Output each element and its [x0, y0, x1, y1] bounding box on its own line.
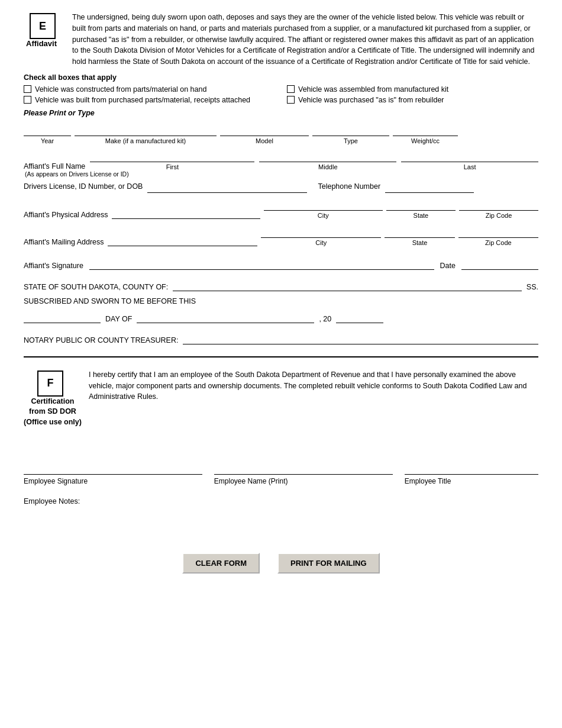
telephone-input[interactable] [385, 180, 474, 193]
checkbox-area: Vehicle was constructed from parts/mater… [24, 85, 538, 104]
physical-address-section: Affiant's Physical Address City State Zi… [24, 198, 538, 219]
year-label: Year [24, 137, 71, 144]
emp-sig-label-1: Employee Signature [24, 477, 202, 485]
section-e-title: Affidavit [24, 39, 59, 48]
license-label: Drivers License, ID Number, or DOB [24, 182, 143, 191]
day-of-label: DAY OF [105, 315, 132, 323]
mail-zip-input[interactable] [458, 225, 538, 238]
checkbox-2[interactable] [24, 96, 31, 104]
phys-state-container: State [386, 198, 456, 219]
checkbox-item-2[interactable]: Vehicle was built from purchased parts/m… [24, 96, 275, 104]
last-name-label: Last [401, 163, 538, 170]
phys-zip-input[interactable] [459, 198, 538, 211]
full-name-section: Affiant's Full Name First Middle Last (A… [24, 149, 538, 178]
first-name-container: First [90, 149, 254, 170]
subscribed-text: SUBSCRIBED AND SWORN TO ME BEFORE THIS [24, 297, 538, 305]
emp-sig-line-2 [214, 463, 393, 475]
as-appears-label: (As appears on Drivers License or ID) [25, 170, 538, 178]
section-divider [24, 356, 538, 357]
phys-zip-container: Zip Code [459, 198, 538, 219]
button-row: CLEAR FORM PRINT FOR MAILING [24, 553, 538, 574]
emp-sig-block-1: Employee Signature [24, 463, 202, 485]
vehicle-fields-row: Year Make (if a manufactured kit) Model … [24, 123, 538, 144]
year-field-container: Year [24, 123, 71, 144]
middle-name-label: Middle [259, 163, 396, 170]
checkbox-item-4[interactable]: Vehicle was purchased "as is" from rebui… [287, 96, 538, 104]
first-name-input[interactable] [90, 149, 254, 162]
section-f-left: F Certificationfrom SD DOR(Office use on… [24, 369, 82, 428]
mail-state-label: State [385, 239, 454, 246]
section-e-badge: E [30, 13, 56, 39]
state-of-label: STATE OF SOUTH DAKOTA, COUNTY OF: [24, 283, 168, 291]
section-f-badge: F [37, 371, 63, 397]
mail-street-input[interactable] [108, 233, 258, 246]
middle-name-input[interactable] [259, 149, 396, 162]
phys-state-label: State [386, 212, 456, 219]
checkbox-4[interactable] [287, 96, 295, 104]
emp-sig-label-3: Employee Title [405, 477, 538, 485]
section-f-label: Certificationfrom SD DOR(Office use only… [24, 397, 82, 428]
emp-sig-block-2: Employee Name (Print) [214, 463, 393, 485]
employee-notes: Employee Notes: [24, 497, 538, 505]
section-f-header: F Certificationfrom SD DOR(Office use on… [24, 369, 538, 428]
checkbox-item-3[interactable]: Vehicle was assembled from manufactured … [287, 85, 538, 94]
mailing-address-row: Affiant's Mailing Address City State Zip… [24, 225, 538, 246]
phys-city-input[interactable] [264, 198, 383, 211]
please-print-label: Please Print or Type [24, 109, 538, 117]
checkbox-label-2: Vehicle was built from purchased parts/m… [35, 96, 250, 104]
full-name-row: Affiant's Full Name First Middle Last [24, 149, 538, 170]
weight-field-container: Weight/cc [393, 123, 458, 144]
county-line [173, 279, 522, 291]
first-name-label: First [90, 163, 254, 170]
last-name-input[interactable] [401, 149, 538, 162]
clear-form-button[interactable]: CLEAR FORM [182, 553, 260, 574]
type-label: Type [312, 137, 389, 144]
type-input[interactable] [312, 123, 389, 136]
last-name-container: Last [401, 149, 538, 170]
full-name-label: Affiant's Full Name [24, 162, 85, 170]
date-line [461, 258, 538, 270]
full-name-label-block: Affiant's Full Name [24, 162, 85, 170]
phys-street-input[interactable] [112, 206, 260, 219]
make-field-container: Make (if a manufactured kit) [75, 123, 217, 144]
certification-body-text: I hereby certify that I am an employee o… [89, 369, 538, 402]
year-line [336, 311, 383, 323]
checkbox-label-3: Vehicle was assembled from manufactured … [298, 85, 448, 94]
year-input[interactable] [24, 123, 71, 136]
middle-name-container: Middle [259, 149, 396, 170]
checkbox-1[interactable] [24, 85, 31, 93]
weight-input[interactable] [393, 123, 458, 136]
license-row: Drivers License, ID Number, or DOB Telep… [24, 180, 538, 193]
checkbox-item-1[interactable]: Vehicle was constructed from parts/mater… [24, 85, 275, 94]
weight-label: Weight/cc [393, 137, 458, 144]
notary-row: NOTARY PUBLIC OR COUNTY TREASURER: [24, 333, 538, 344]
checkbox-label-4: Vehicle was purchased "as is" from rebui… [298, 96, 444, 104]
ss-label: SS. [527, 283, 538, 291]
phys-city-label: City [264, 212, 383, 219]
mail-street-container [108, 233, 258, 246]
signature-row: Affiant's Signature Date [24, 258, 538, 270]
notary-label: NOTARY PUBLIC OR COUNTY TREASURER: [24, 336, 178, 344]
day-of-line [137, 311, 314, 323]
make-input[interactable] [75, 123, 217, 136]
physical-address-label: Affiant's Physical Address [24, 211, 108, 219]
phys-zip-label: Zip Code [459, 212, 538, 219]
type-field-container: Type [312, 123, 389, 144]
phys-state-input[interactable] [386, 198, 456, 211]
mail-state-input[interactable] [385, 225, 454, 238]
section-e-header: E Affidavit The undersigned, being duly … [24, 12, 538, 67]
day-line-short [24, 311, 101, 323]
model-input[interactable] [220, 123, 309, 136]
twenty-label: , 20 [319, 315, 331, 323]
checkbox-label-1: Vehicle was constructed from parts/mater… [35, 85, 206, 94]
print-for-mailing-button[interactable]: PRINT FOR MAILING [277, 553, 380, 574]
mail-city-input[interactable] [261, 225, 381, 238]
phys-street-container [112, 206, 260, 219]
license-input[interactable] [147, 180, 307, 193]
checkbox-3[interactable] [287, 85, 295, 93]
signature-line [89, 258, 434, 270]
check-all-label: Check all boxes that apply [24, 73, 538, 82]
telephone-label: Telephone Number [318, 182, 380, 191]
mailing-address-label: Affiant's Mailing Address [24, 238, 104, 246]
make-label: Make (if a manufactured kit) [75, 137, 217, 144]
